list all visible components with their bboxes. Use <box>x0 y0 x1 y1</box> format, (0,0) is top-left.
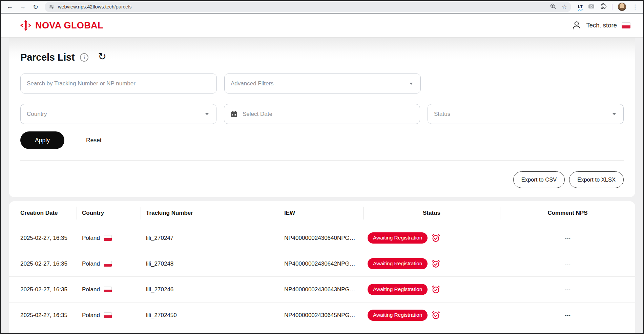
col-iew: IEW <box>279 201 363 225</box>
calendar-icon <box>230 110 238 118</box>
col-tracking-number: Tracking Number <box>141 201 279 225</box>
toolbar-divider <box>612 4 612 10</box>
bookmark-star-icon[interactable]: ☆ <box>562 4 567 10</box>
col-creation-date: Creation Date <box>9 201 77 225</box>
col-status: Status <box>363 201 500 225</box>
status-badge: Awaiting Registration <box>368 284 428 295</box>
comment-nps-cell: --- <box>500 235 635 242</box>
languagetool-extension-icon[interactable]: LT <box>578 4 583 9</box>
status-badge: Awaiting Registration <box>368 232 428 244</box>
country-name: Poland <box>82 312 100 319</box>
extensions-cluster: LT ⋮ <box>575 2 640 11</box>
url-path: /parcels <box>115 4 132 9</box>
chevron-down-icon <box>612 113 616 115</box>
country-cell: Poland <box>77 260 141 267</box>
filters-card: Parcels List i ↻ Advanced Filters Countr… <box>9 38 635 197</box>
country-name: Poland <box>82 260 100 267</box>
camera-extension-icon[interactable] <box>588 3 595 11</box>
url-text[interactable]: webview.nps.42flows.tech/parcels <box>58 4 546 9</box>
country-name: Poland <box>82 235 100 242</box>
country-cell: Poland <box>77 235 141 242</box>
creation-date-cell: 2025-02-27, 16:35 <box>9 260 77 267</box>
col-country: Country <box>77 201 141 225</box>
browser-toolbar: ← → ↻ webview.nps.42flows.tech/parcels ☆ <box>1 1 643 14</box>
page-title: Parcels List <box>20 52 75 63</box>
date-picker-field[interactable]: Select Date <box>224 104 420 124</box>
poland-flag-icon <box>104 261 112 267</box>
brand-logo[interactable]: NOVA GLOBAL <box>20 20 103 31</box>
browser-window: ← → ↻ webview.nps.42flows.tech/parcels ☆ <box>0 0 644 334</box>
account-name: Tech. store <box>586 22 617 29</box>
chevron-down-icon <box>410 83 413 85</box>
browser-menu-icon[interactable]: ⋮ <box>631 3 639 11</box>
back-button[interactable]: ← <box>4 2 16 12</box>
country-label: Country <box>27 111 205 118</box>
iew-cell: NP40000002430640NPG… <box>279 235 363 242</box>
export-row: Export to CSV Export to XLSX <box>20 171 624 188</box>
url-domain: webview.nps.42flows.tech <box>58 4 115 9</box>
export-csv-button[interactable]: Export to CSV <box>513 171 565 188</box>
country-cell: Poland <box>77 286 141 293</box>
status-badge: Awaiting Registration <box>368 258 428 269</box>
country-name: Poland <box>82 286 100 293</box>
info-icon[interactable]: i <box>80 53 88 62</box>
table-header: Creation Date Country Tracking Number IE… <box>9 201 635 225</box>
nova-global-logo-icon <box>20 20 32 31</box>
title-row: Parcels List i ↻ <box>20 52 624 63</box>
comment-nps-cell: --- <box>500 260 635 267</box>
parcels-table: Creation Date Country Tracking Number IE… <box>9 201 635 333</box>
refresh-icon[interactable]: ↻ <box>98 52 106 62</box>
profile-avatar[interactable] <box>618 2 626 11</box>
site-settings-icon[interactable] <box>49 4 55 10</box>
tracking-number-cell: lili_270246 <box>141 286 279 293</box>
zoom-icon[interactable] <box>550 3 556 11</box>
forward-button[interactable]: → <box>17 2 28 12</box>
apply-button[interactable]: Apply <box>20 131 64 149</box>
status-cell: Awaiting Registration <box>363 232 500 244</box>
filter-row-1: Advanced Filters <box>20 74 624 93</box>
status-badge: Awaiting Registration <box>368 310 428 321</box>
account-area[interactable]: Tech. store <box>572 20 631 30</box>
status-label: Status <box>434 111 612 118</box>
app-header: NOVA GLOBAL Tech. store <box>1 14 643 38</box>
tracking-number-cell: lili_2702450 <box>141 312 279 319</box>
search-input[interactable] <box>27 80 210 87</box>
advanced-filters-label: Advanced Filters <box>231 80 410 87</box>
table-row[interactable]: 2025-02-27, 16:35 Poland lili_2702450 NP… <box>9 302 635 328</box>
col-comment-nps: Comment NPS <box>500 201 635 225</box>
reload-button[interactable]: ↻ <box>30 2 41 12</box>
advanced-filters-select[interactable]: Advanced Filters <box>224 74 421 93</box>
brand-name: NOVA GLOBAL <box>35 20 103 31</box>
creation-date-cell: 2025-02-27, 16:35 <box>9 286 77 293</box>
status-cell: Awaiting Registration <box>363 310 500 321</box>
tracking-number-cell: lili_270247 <box>141 235 279 242</box>
comment-nps-cell: --- <box>500 286 635 293</box>
alarm-check-icon[interactable] <box>431 233 440 243</box>
country-cell: Poland <box>77 312 141 319</box>
status-select[interactable]: Status <box>428 104 624 124</box>
iew-cell: NP40000002430645NPG… <box>279 312 363 319</box>
filter-actions: Apply Reset <box>20 131 624 149</box>
filter-row-2: Country <box>20 104 624 124</box>
address-bar[interactable]: webview.nps.42flows.tech/parcels ☆ <box>45 2 571 12</box>
export-xlsx-button[interactable]: Export to XLSX <box>569 171 624 188</box>
country-select[interactable]: Country <box>20 104 216 124</box>
extensions-puzzle-icon[interactable] <box>600 3 607 11</box>
search-field[interactable] <box>20 74 217 93</box>
creation-date-cell: 2025-02-27, 16:35 <box>9 312 77 319</box>
iew-cell: NP40000002430643NPG… <box>279 286 363 293</box>
user-icon <box>572 20 582 30</box>
alarm-check-icon[interactable] <box>431 259 440 268</box>
table-row[interactable]: 2025-02-27, 16:35 Poland lili_270246 NP4… <box>9 277 635 302</box>
date-label: Select Date <box>243 111 414 118</box>
table-row[interactable]: 2025-02-27, 16:35 Poland lili_270247 NP4… <box>9 225 635 251</box>
poland-flag-icon[interactable] <box>622 22 630 28</box>
poland-flag-icon <box>104 287 112 292</box>
alarm-check-icon[interactable] <box>431 311 440 320</box>
poland-flag-icon <box>104 312 112 318</box>
alarm-check-icon[interactable] <box>431 285 440 294</box>
iew-cell: NP40000002430642NPG… <box>279 260 363 267</box>
creation-date-cell: 2025-02-27, 16:35 <box>9 235 77 242</box>
reset-button[interactable]: Reset <box>86 137 102 144</box>
table-row[interactable]: 2025-02-27, 16:35 Poland lili_270248 NP4… <box>9 251 635 277</box>
